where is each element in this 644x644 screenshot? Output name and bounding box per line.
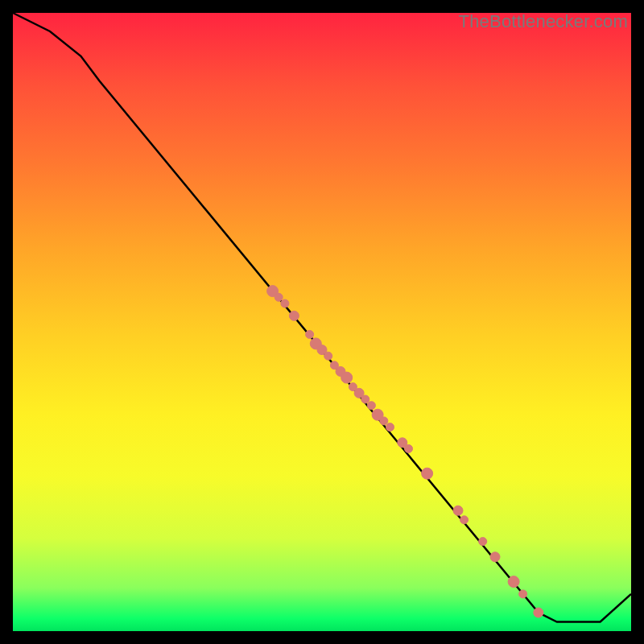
data-point — [422, 468, 433, 479]
curve-line — [13, 13, 631, 622]
bottleneck-curve — [13, 13, 631, 622]
data-point — [453, 506, 463, 515]
data-point — [534, 608, 543, 617]
data-point — [306, 330, 314, 338]
data-point — [324, 352, 332, 360]
plot-area: TheBottlenecker.com — [13, 13, 631, 631]
data-point — [479, 538, 487, 546]
data-point — [367, 402, 375, 410]
data-point — [341, 372, 353, 383]
data-point — [289, 311, 299, 320]
data-point — [460, 516, 469, 524]
data-point — [405, 444, 413, 452]
data-point — [281, 299, 289, 308]
data-point — [519, 590, 527, 598]
chart-container: TheBottlenecker.com — [0, 0, 644, 644]
chart-svg — [13, 13, 631, 631]
data-point — [508, 576, 519, 588]
data-point — [490, 552, 500, 562]
data-point — [386, 423, 394, 431]
data-point — [380, 417, 388, 425]
data-point — [275, 293, 283, 301]
data-point — [361, 395, 369, 403]
